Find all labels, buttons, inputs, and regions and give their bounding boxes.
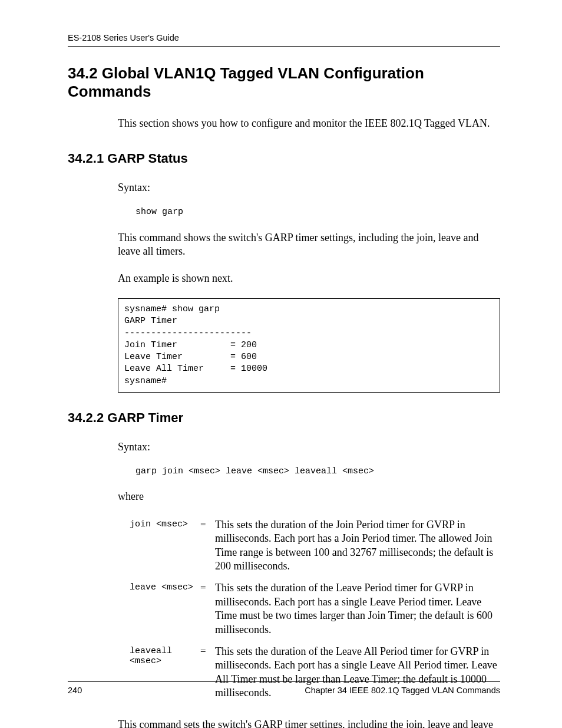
section-intro: This section shows you how to configure …: [118, 117, 500, 130]
section-heading-34-2: 34.2 Global VLAN1Q Tagged VLAN Configura…: [68, 64, 500, 101]
syntax-label-2: Syntax:: [118, 441, 500, 453]
syntax-command-1: show garp: [135, 207, 500, 217]
param-name-join: join <msec>: [130, 518, 200, 529]
param-desc-join: This sets the duration of the Join Perio…: [215, 518, 500, 574]
param-equals: =: [200, 518, 215, 531]
header-guide-title: ES-2108 Series User's Guide: [68, 33, 500, 42]
syntax-label-1: Syntax:: [118, 182, 500, 194]
footer-rule: [68, 681, 500, 682]
syntax-command-2: garp join <msec> leave <msec> leaveall <…: [135, 466, 500, 476]
chapter-title: Chapter 34 IEEE 802.1Q Tagged VLAN Comma…: [305, 686, 500, 695]
param-equals: =: [200, 645, 215, 657]
example-label: An example is shown next.: [118, 272, 500, 285]
garp-timer-final-desc: This command sets the switch's GARP time…: [118, 718, 500, 728]
page-footer: 240 Chapter 34 IEEE 802.1Q Tagged VLAN C…: [68, 681, 500, 695]
garp-status-example-output: sysname# show garp GARP Timer ----------…: [118, 298, 500, 393]
param-name-leave: leave <msec>: [130, 581, 200, 592]
where-label: where: [118, 490, 500, 503]
garp-status-desc: This command shows the switch's GARP tim…: [118, 231, 500, 259]
page-number: 240: [68, 686, 82, 695]
param-name-leaveall: leaveall <msec>: [130, 645, 200, 666]
param-equals: =: [200, 581, 215, 594]
parameter-table: join <msec> = This sets the duration of …: [130, 518, 500, 700]
param-row-leave: leave <msec> = This sets the duration of…: [130, 581, 500, 637]
section-heading-34-2-1: 34.2.1 GARP Status: [68, 151, 500, 166]
section-heading-34-2-2: 34.2.2 GARP Timer: [68, 410, 500, 426]
header-rule: [68, 46, 500, 47]
param-row-join: join <msec> = This sets the duration of …: [130, 518, 500, 574]
param-desc-leave: This sets the duration of the Leave Peri…: [215, 581, 500, 637]
